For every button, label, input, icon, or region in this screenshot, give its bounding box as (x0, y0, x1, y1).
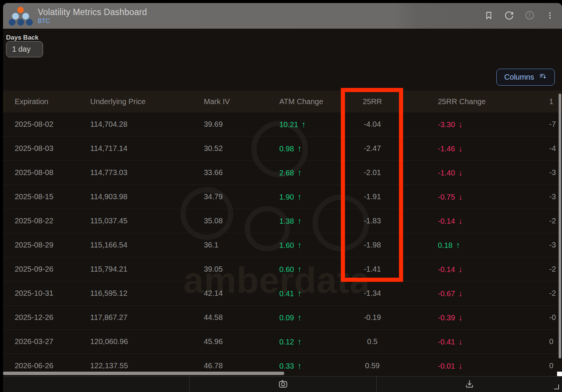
cell-25rr-change: -1.40↓ (403, 168, 514, 178)
cell-next-column-partial: -0 (514, 313, 562, 322)
arrow-down-icon: ↓ (459, 192, 463, 201)
cell-25rr-change: -1.46↓ (403, 144, 514, 154)
cell-25rr-change-value: -3.30 (438, 120, 455, 129)
amberdata-logo (8, 5, 32, 27)
cell-25rr-change-value: -0.01 (438, 362, 455, 370)
cell-25rr: -1.83 (342, 217, 403, 225)
cell-expiration: 2025-08-08 (3, 168, 90, 177)
cell-next-column-partial: -2 (514, 265, 562, 274)
refresh-button[interactable] (504, 11, 514, 21)
cell-atm-change: 1.60↑ (279, 240, 342, 250)
cell-expiration: 2025-10-31 (3, 289, 90, 298)
cell-mark-iv: 30.52 (204, 144, 279, 153)
cell-25rr: -1.91 (342, 192, 403, 201)
cell-25rr-change-value: -0.41 (438, 338, 455, 346)
table-row: 2025-08-03114,717.1430.520.98↑-2.47-1.46… (3, 137, 562, 161)
more-options-button[interactable] (545, 11, 555, 21)
cell-25rr-change: -0.75↓ (403, 192, 514, 202)
cell-mark-iv: 46.78 (204, 361, 279, 370)
cell-atm-change: 10.21↑ (279, 120, 342, 129)
cell-underlying-price: 120,060.96 (90, 337, 204, 346)
cell-expiration: 2025-08-22 (3, 217, 90, 225)
cell-25rr-change-value: -0.14 (438, 217, 455, 225)
table-row: 2026-06-26122,137.5546.780.33↑0.59-0.01↓… (3, 354, 562, 372)
cell-underlying-price: 115,166.54 (90, 241, 204, 249)
page-title: Volatility Metrics Dashboard (38, 7, 147, 17)
column-header-mark-iv[interactable]: Mark IV (204, 97, 279, 106)
arrow-up-icon: ↑ (297, 192, 302, 201)
screenshot-button[interactable] (189, 377, 377, 392)
cell-mark-iv: 36.1 (204, 241, 279, 249)
cell-atm-change: 0.09↑ (279, 313, 342, 323)
cell-expiration: 2026-06-26 (3, 361, 90, 370)
cell-expiration: 2025-08-15 (3, 192, 90, 201)
cell-underlying-price: 116,595.12 (90, 289, 204, 298)
refresh-icon (504, 11, 514, 22)
cell-atm-change: 0.12↑ (279, 337, 342, 347)
cell-atm-change-value: 0.98 (279, 145, 294, 153)
cell-25rr-change-value: -1.40 (438, 169, 455, 177)
cell-expiration: 2026-03-27 (3, 337, 90, 346)
table-row: 2025-10-31116,595.1242.140.41↑-1.34-0.67… (3, 281, 562, 306)
cell-25rr: -0.19 (342, 313, 403, 322)
cell-underlying-price: 115,794.21 (90, 265, 204, 274)
resize-handle[interactable] (554, 384, 559, 389)
table-row: 2025-12-26117,867.2744.580.09↑-0.19-0.39… (3, 306, 562, 330)
arrow-down-icon: ↓ (459, 313, 463, 322)
arrow-up-icon: ↑ (297, 289, 302, 298)
table-row: 2026-03-27120,060.9645.960.12↑0.5-0.41↓0 (3, 330, 562, 354)
column-header-expiration[interactable]: Expiration (3, 97, 90, 106)
days-back-selector[interactable]: 1 day (6, 41, 43, 57)
cell-25rr-change-value: 0.18 (438, 241, 453, 249)
cell-25rr-change-value: -0.39 (438, 314, 455, 322)
download-button[interactable] (377, 377, 562, 392)
cell-expiration: 2025-08-03 (3, 144, 90, 153)
table-body: 2025-08-02114,704.2839.6910.21↑-4.04-3.3… (3, 112, 562, 372)
arrow-up-icon: ↑ (297, 361, 302, 370)
cell-mark-iv: 39.05 (204, 265, 279, 274)
column-header-25rr[interactable]: 25RR (342, 97, 403, 106)
cell-underlying-price: 115,037.45 (90, 217, 204, 225)
cell-25rr: 0.5 (342, 337, 403, 346)
vertical-scrollbar[interactable] (559, 94, 561, 358)
arrow-down-icon: ↓ (459, 120, 463, 129)
cell-25rr-change-value: -1.46 (438, 145, 455, 153)
days-back-label: Days Back (6, 34, 38, 42)
cell-expiration: 2025-08-29 (3, 241, 90, 249)
cell-25rr-change: 0.18↑ (403, 240, 514, 250)
cell-atm-change: 0.41↑ (279, 289, 342, 298)
table-row: 2025-08-22115,037.4535.081.38↑-1.83-0.14… (3, 209, 562, 233)
cell-atm-change: 2.68↑ (279, 168, 342, 178)
arrow-down-icon: ↓ (459, 216, 463, 226)
cell-next-column-partial: -3 (514, 192, 562, 201)
cell-atm-change: 0.33↑ (279, 361, 342, 371)
cell-25rr-change: -0.14↓ (403, 264, 514, 274)
horizontal-scrollbar[interactable] (3, 372, 284, 375)
cell-25rr-change: -0.41↓ (403, 337, 514, 347)
column-header-1[interactable]: 1 (514, 97, 562, 106)
arrow-down-icon: ↓ (459, 337, 463, 346)
cell-25rr: -1.34 (342, 289, 403, 298)
metrics-table: ExpirationUnderlying PriceMark IVATM Cha… (3, 91, 562, 372)
scrollbar-corner (557, 372, 562, 376)
cell-underlying-price: 114,704.28 (90, 120, 204, 129)
cell-mark-iv: 34.79 (204, 192, 279, 201)
cell-next-column-partial: -2 (514, 217, 562, 225)
column-header-atm-change[interactable]: ATM Change (279, 97, 342, 106)
alert-button[interactable] (524, 11, 535, 21)
arrow-up-icon: ↑ (456, 240, 460, 250)
column-header-25rr-change[interactable]: 25RR Change (403, 97, 514, 106)
column-header-underlying-price[interactable]: Underlying Price (90, 97, 204, 106)
cell-next-column-partial: -2 (514, 289, 562, 298)
cell-atm-change: 0.60↑ (279, 264, 342, 274)
columns-button[interactable]: Columns (496, 69, 555, 86)
arrow-up-icon: ↑ (297, 144, 302, 153)
cell-next-column-partial: -3 (514, 241, 562, 249)
cell-underlying-price: 114,903.98 (90, 192, 204, 201)
bookmark-button[interactable] (483, 11, 494, 21)
cell-25rr: -4.04 (342, 120, 403, 129)
cell-atm-change-value: 0.60 (279, 265, 294, 274)
cell-25rr: -1.98 (342, 241, 403, 249)
table-row: 2025-08-02114,704.2839.6910.21↑-4.04-3.3… (3, 112, 562, 137)
table-row: 2025-08-08114,773.0333.662.68↑-2.01-1.40… (3, 161, 562, 185)
